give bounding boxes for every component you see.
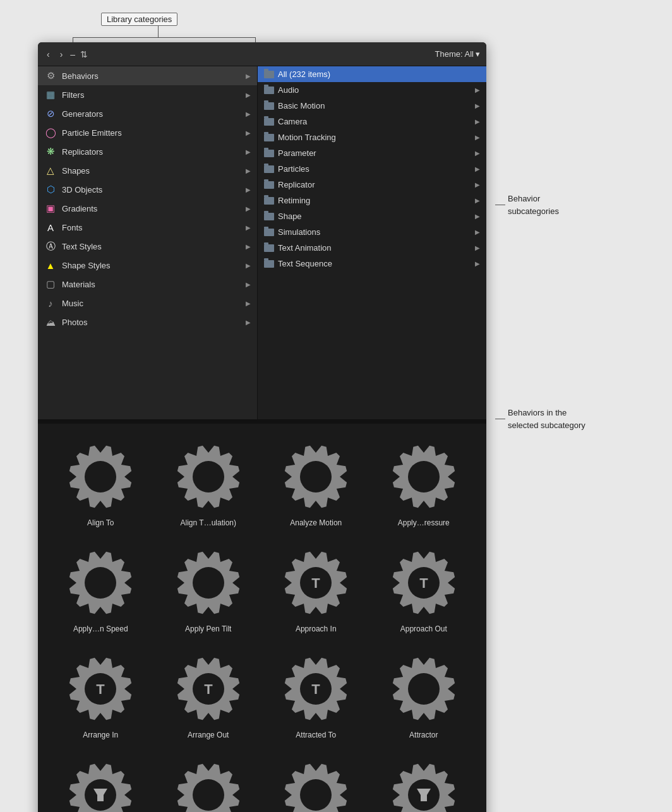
back-button[interactable]: ‹ [44, 48, 52, 61]
category-item-basic-motion[interactable]: Basic Motion▶ [258, 98, 486, 114]
folder-icon-audio [264, 87, 274, 94]
grid-item-attracted-to[interactable]: TAttracted To [263, 646, 369, 746]
grid-item-apply-ressure[interactable]: Apply…ressure [371, 434, 477, 534]
category-item-simulations[interactable]: Simulations▶ [258, 224, 486, 240]
sidebar-chevron-replicators: ▶ [246, 148, 251, 155]
category-label-replicator: Replicator [278, 180, 315, 189]
sidebar-item-replicators[interactable]: ❋Replicators▶ [38, 142, 257, 161]
sidebar-item-generators[interactable]: ⊘Generators▶ [38, 104, 257, 123]
grid-label-approach-out: Approach Out [400, 624, 447, 633]
grid-item-item-14[interactable] [156, 752, 261, 812]
svg-point-20 [300, 779, 332, 811]
sidebar-item-label-music: Music [62, 299, 83, 308]
grid-item-apply-pen-tilt[interactable]: Apply Pen Tilt [156, 540, 261, 640]
sidebar-item-fonts[interactable]: AFonts▶ [38, 218, 257, 237]
gear-icon-align-t-ulation [171, 439, 246, 515]
forward-button[interactable]: › [57, 48, 66, 61]
grid-label-apply-ressure: Apply…ressure [398, 518, 450, 527]
grid-item-approach-out[interactable]: TApproach Out [371, 540, 477, 640]
category-item-shape[interactable]: Shape▶ [258, 208, 486, 224]
gear-icon-attracted-to: T [278, 651, 354, 727]
svg-text:T: T [312, 681, 321, 697]
grid-item-align-to[interactable]: Align To [48, 434, 153, 534]
sidebar-item-label-particle-emitters: Particle Emitters [62, 128, 122, 138]
sidebar-item-text-styles[interactable]: ⒶText Styles▶ [38, 237, 257, 256]
sidebar-item-gradients[interactable]: ▣Gradients▶ [38, 199, 257, 218]
sidebar-chevron-fonts: ▶ [246, 224, 251, 231]
gear-icon-item-16 [386, 757, 462, 812]
category-item-text-animation[interactable]: Text Animation▶ [258, 240, 486, 256]
grid-item-attractor[interactable]: Attractor [371, 646, 477, 746]
category-item-camera[interactable]: Camera▶ [258, 114, 486, 129]
grid-item-arrange-out[interactable]: TArrange Out [156, 646, 261, 746]
gear-icon-approach-out: T [386, 545, 462, 621]
svg-point-16 [408, 673, 440, 705]
shape-styles-icon: ▲ [44, 259, 57, 272]
category-chevron-text-animation: ▶ [475, 244, 480, 251]
sidebar-item-shapes[interactable]: △Shapes▶ [38, 161, 257, 180]
grid-item-item-15[interactable] [263, 752, 369, 812]
category-item-parameter[interactable]: Parameter▶ [258, 145, 486, 161]
grid-label-analyze-motion: Analyze Motion [290, 518, 342, 527]
grid-item-align-t-ulation[interactable]: Align T…ulation) [156, 434, 261, 534]
category-label-particles: Particles [278, 164, 309, 174]
category-item-audio[interactable]: Audio▶ [258, 82, 486, 98]
gradients-icon: ▣ [44, 202, 57, 215]
sidebar-item-shape-styles[interactable]: ▲Shape Styles▶ [38, 256, 257, 275]
grid-label-attracted-to: Attracted To [296, 731, 336, 739]
materials-icon: ▢ [44, 278, 57, 290]
photos-icon: ⛰ [44, 316, 57, 328]
folder-icon-camera [264, 118, 274, 126]
category-item-retiming[interactable]: Retiming▶ [258, 193, 486, 208]
category-item-particles[interactable]: Particles▶ [258, 161, 486, 177]
sidebar-item-music[interactable]: ♪Music▶ [38, 294, 257, 313]
grid-label-align-t-ulation: Align T…ulation) [181, 518, 237, 527]
category-chevron-text-sequence: ▶ [475, 260, 480, 267]
sidebar-item-filters[interactable]: ▦Filters▶ [38, 85, 257, 104]
sidebar-item-particle-emitters[interactable]: ◯Particle Emitters▶ [38, 123, 257, 142]
grid-item-item-16[interactable] [371, 752, 477, 812]
svg-text:T: T [419, 575, 428, 591]
category-item-all[interactable]: All (232 items) [258, 66, 486, 82]
theme-selector[interactable]: Theme: All ▾ [435, 49, 480, 59]
theme-chevron-icon: ▾ [476, 49, 480, 59]
category-item-motion-tracking[interactable]: Motion Tracking▶ [258, 129, 486, 145]
sidebar-item-label-photos: Photos [62, 318, 87, 327]
category-label-shape: Shape [278, 212, 302, 221]
sidebar-chevron-shapes: ▶ [246, 167, 251, 174]
sidebar-item-label-generators: Generators [62, 109, 103, 119]
grid-label-arrange-in: Arrange In [83, 731, 118, 739]
grid-label-apply-pen-tilt: Apply Pen Tilt [185, 624, 231, 633]
toolbar-sort[interactable]: ⇅ [80, 49, 88, 59]
folder-icon-basic-motion [264, 102, 274, 110]
grid-item-apply-n-speed[interactable]: Apply…n Speed [48, 540, 153, 640]
gear-icon-approach-in: T [278, 545, 354, 621]
grid-item-item-13[interactable] [48, 752, 153, 812]
gear-icon-analyze-motion [278, 439, 354, 515]
category-chevron-parameter: ▶ [475, 150, 480, 157]
sidebar-item-label-behaviors: Behaviors [62, 71, 99, 81]
gear-icon-item-15 [278, 757, 354, 812]
category-label-motion-tracking: Motion Tracking [278, 133, 336, 142]
category-label-simulations: Simulations [278, 227, 320, 237]
folder-icon-simulations [264, 229, 274, 236]
category-chevron-camera: ▶ [475, 118, 480, 125]
category-item-text-sequence[interactable]: Text Sequence▶ [258, 256, 486, 272]
grid-item-arrange-in[interactable]: TArrange In [48, 646, 153, 746]
sidebar-item-materials[interactable]: ▢Materials▶ [38, 275, 257, 294]
sidebar-item-label-fonts: Fonts [62, 223, 83, 232]
shapes-icon: △ [44, 164, 57, 177]
sidebar-item-3d-objects[interactable]: ⬡3D Objects▶ [38, 180, 257, 199]
sidebar-item-behaviors[interactable]: ⚙Behaviors▶ [38, 66, 257, 85]
category-item-replicator[interactable]: Replicator▶ [258, 177, 486, 193]
category-chevron-particles: ▶ [475, 165, 480, 172]
grid-item-approach-in[interactable]: TApproach In [263, 540, 369, 640]
sidebar-item-photos[interactable]: ⛰Photos▶ [38, 313, 257, 331]
svg-point-4 [85, 567, 116, 599]
music-icon: ♪ [44, 297, 57, 309]
gear-icon-attractor [386, 651, 462, 727]
sidebar-item-label-replicators: Replicators [62, 147, 103, 157]
grid-item-analyze-motion[interactable]: Analyze Motion [263, 434, 369, 534]
gear-icon-arrange-out: T [171, 651, 246, 727]
category-chevron-simulations: ▶ [475, 229, 480, 236]
